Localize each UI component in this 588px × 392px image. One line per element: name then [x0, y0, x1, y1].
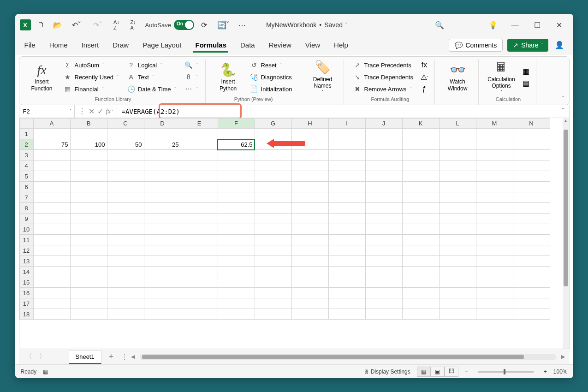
cell[interactable] [365, 256, 402, 267]
cell[interactable] [365, 192, 402, 203]
cell[interactable] [144, 192, 181, 203]
cell[interactable] [439, 139, 476, 150]
cell[interactable] [328, 129, 365, 139]
cell[interactable] [476, 298, 513, 309]
cell[interactable] [218, 245, 255, 256]
cell[interactable] [181, 235, 218, 245]
cancel-formula-icon[interactable]: ✕ [89, 107, 95, 116]
row-header[interactable]: 13 [19, 256, 33, 267]
insert-python-button[interactable]: 🐍 Insert Python [212, 59, 244, 95]
cell[interactable] [107, 203, 144, 214]
initialization-button[interactable]: 📄Initialization [247, 83, 295, 95]
cell[interactable] [439, 150, 476, 160]
cell[interactable] [439, 277, 476, 288]
cell[interactable] [218, 288, 255, 298]
cell[interactable] [181, 192, 218, 203]
financial-button[interactable]: ▦Financialˇ [61, 83, 122, 95]
row-header[interactable]: 10 [19, 224, 33, 235]
cell[interactable] [218, 203, 255, 214]
cell[interactable] [402, 203, 439, 214]
row-header[interactable]: 2 [19, 139, 33, 150]
close-button[interactable]: ✕ [550, 18, 569, 32]
cell[interactable] [70, 277, 107, 288]
cell[interactable] [33, 192, 70, 203]
diagnostics-button[interactable]: 🩺Diagnostics [247, 71, 295, 83]
column-header[interactable]: A [33, 119, 70, 129]
column-header[interactable]: D [144, 119, 181, 129]
trace-dependents-button[interactable]: ↘Trace Dependents [350, 71, 416, 83]
cell[interactable] [70, 288, 107, 298]
formula-input[interactable]: =AVERAGE(A2:D2) [117, 108, 558, 115]
error-checking-icon[interactable]: ⚠ˇ [419, 71, 430, 83]
cell[interactable] [107, 171, 144, 182]
cell[interactable] [144, 160, 181, 171]
cell[interactable] [291, 309, 328, 320]
cell[interactable] [255, 277, 291, 288]
cell[interactable] [513, 139, 550, 150]
cell[interactable] [144, 298, 181, 309]
cell[interactable] [476, 267, 513, 277]
cell[interactable] [218, 160, 255, 171]
cell[interactable] [402, 235, 439, 245]
cell[interactable] [513, 224, 550, 235]
cell[interactable] [181, 224, 218, 235]
cell[interactable] [255, 298, 291, 309]
cell[interactable] [218, 214, 255, 224]
cell[interactable] [365, 235, 402, 245]
cell[interactable] [255, 309, 291, 320]
cell[interactable] [218, 267, 255, 277]
add-sheet-button[interactable]: + [105, 351, 117, 363]
cell[interactable] [70, 203, 107, 214]
recently-used-button[interactable]: ★Recently Usedˇ [61, 71, 122, 83]
cell[interactable] [107, 129, 144, 139]
cell[interactable] [218, 171, 255, 182]
cell[interactable] [402, 288, 439, 298]
cell[interactable] [291, 288, 328, 298]
row-header[interactable]: 1 [19, 129, 33, 139]
cell[interactable] [33, 160, 70, 171]
cell[interactable] [255, 256, 291, 267]
cell[interactable] [328, 245, 365, 256]
cell[interactable] [328, 309, 365, 320]
new-file-icon[interactable]: 🗋 [35, 18, 48, 31]
cell[interactable] [33, 171, 70, 182]
cell[interactable] [144, 129, 181, 139]
cell[interactable] [439, 203, 476, 214]
cell[interactable] [181, 203, 218, 214]
cell[interactable] [365, 182, 402, 192]
cell[interactable] [181, 129, 218, 139]
defined-names-button[interactable]: 🏷️ Defined Names ˇ [307, 59, 339, 95]
cell[interactable] [181, 245, 218, 256]
cell[interactable] [476, 224, 513, 235]
column-header[interactable]: N [513, 119, 550, 129]
cell[interactable] [513, 298, 550, 309]
calc-sheet-icon[interactable]: ▤ [520, 77, 531, 89]
cell[interactable] [255, 171, 291, 182]
cell[interactable] [33, 267, 70, 277]
cell[interactable] [291, 129, 328, 139]
cell[interactable] [181, 309, 218, 320]
cell[interactable] [291, 150, 328, 160]
watch-window-button[interactable]: 👓 Watch Window [441, 59, 474, 95]
cell[interactable] [476, 192, 513, 203]
refresh-icon[interactable]: ⟳ [198, 18, 211, 31]
cell[interactable] [218, 182, 255, 192]
menu-file[interactable]: File [23, 37, 37, 53]
cell[interactable] [291, 214, 328, 224]
more-functions-button[interactable]: ⋯ˇ [182, 83, 201, 95]
cell[interactable] [70, 182, 107, 192]
cell[interactable]: 50 [107, 139, 144, 150]
cell[interactable] [513, 160, 550, 171]
cell[interactable] [255, 235, 291, 245]
cell[interactable] [513, 171, 550, 182]
cell[interactable] [402, 245, 439, 256]
row-header[interactable]: 12 [19, 245, 33, 256]
cell[interactable] [513, 203, 550, 214]
cell[interactable] [439, 245, 476, 256]
cell[interactable] [70, 298, 107, 309]
sort-asc-icon[interactable]: A↓Z [110, 18, 123, 31]
zoom-in-button[interactable]: + [544, 368, 547, 375]
row-header[interactable]: 5 [19, 171, 33, 182]
cell[interactable] [513, 309, 550, 320]
normal-view-button[interactable]: ▦ [417, 367, 431, 377]
